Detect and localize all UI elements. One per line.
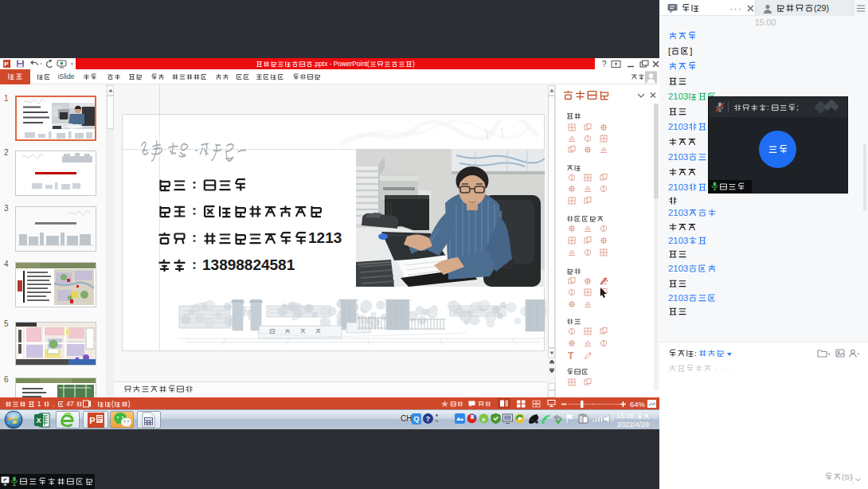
svg-text:e: e xyxy=(482,416,486,423)
svg-text:?: ? xyxy=(602,60,607,68)
svg-text:P: P xyxy=(4,61,9,68)
svg-text:X: X xyxy=(36,417,41,424)
svg-text:P: P xyxy=(89,416,95,425)
